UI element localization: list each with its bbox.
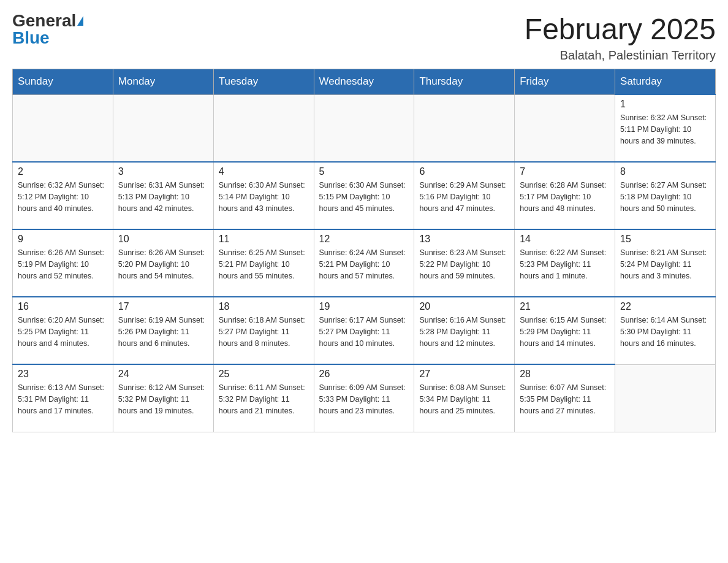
calendar-day-cell — [113, 94, 213, 162]
calendar-week-row: 16Sunrise: 6:20 AM Sunset: 5:25 PM Dayli… — [13, 297, 716, 364]
calendar-day-cell: 11Sunrise: 6:25 AM Sunset: 5:21 PM Dayli… — [213, 229, 314, 297]
day-number: 6 — [419, 166, 509, 177]
calendar-day-cell: 23Sunrise: 6:13 AM Sunset: 5:31 PM Dayli… — [13, 364, 113, 432]
day-of-week-header: Sunday — [13, 69, 113, 95]
day-info: Sunrise: 6:18 AM Sunset: 5:27 PM Dayligh… — [219, 315, 309, 349]
calendar-day-cell — [213, 94, 314, 162]
day-info: Sunrise: 6:25 AM Sunset: 5:21 PM Dayligh… — [219, 247, 309, 282]
calendar-day-cell: 24Sunrise: 6:12 AM Sunset: 5:32 PM Dayli… — [113, 364, 213, 432]
calendar-day-cell — [414, 94, 515, 162]
calendar-day-cell: 22Sunrise: 6:14 AM Sunset: 5:30 PM Dayli… — [615, 297, 716, 364]
day-number: 11 — [219, 234, 309, 245]
day-info: Sunrise: 6:32 AM Sunset: 5:11 PM Dayligh… — [620, 112, 710, 147]
calendar-day-cell: 1Sunrise: 6:32 AM Sunset: 5:11 PM Daylig… — [615, 94, 716, 162]
day-of-week-header: Friday — [515, 69, 615, 95]
calendar-day-cell: 12Sunrise: 6:24 AM Sunset: 5:21 PM Dayli… — [314, 229, 414, 297]
calendar-day-cell: 15Sunrise: 6:21 AM Sunset: 5:24 PM Dayli… — [615, 229, 716, 297]
day-number: 22 — [620, 301, 710, 312]
calendar-day-cell: 5Sunrise: 6:30 AM Sunset: 5:15 PM Daylig… — [314, 162, 414, 229]
calendar-day-cell: 9Sunrise: 6:26 AM Sunset: 5:19 PM Daylig… — [13, 229, 113, 297]
day-number: 14 — [520, 234, 610, 245]
day-info: Sunrise: 6:23 AM Sunset: 5:22 PM Dayligh… — [419, 247, 509, 282]
day-info: Sunrise: 6:17 AM Sunset: 5:27 PM Dayligh… — [319, 315, 409, 349]
calendar-day-cell: 25Sunrise: 6:11 AM Sunset: 5:32 PM Dayli… — [213, 364, 314, 432]
day-info: Sunrise: 6:31 AM Sunset: 5:13 PM Dayligh… — [118, 180, 208, 214]
day-number: 26 — [319, 369, 409, 380]
day-info: Sunrise: 6:16 AM Sunset: 5:28 PM Dayligh… — [419, 315, 509, 349]
day-of-week-header: Monday — [113, 69, 213, 95]
day-info: Sunrise: 6:08 AM Sunset: 5:34 PM Dayligh… — [419, 382, 509, 416]
day-info: Sunrise: 6:15 AM Sunset: 5:29 PM Dayligh… — [520, 315, 610, 349]
calendar-day-cell: 8Sunrise: 6:27 AM Sunset: 5:18 PM Daylig… — [615, 162, 716, 229]
day-number: 23 — [18, 369, 108, 380]
day-number: 18 — [219, 301, 309, 312]
day-number: 12 — [319, 234, 409, 245]
calendar-day-cell: 28Sunrise: 6:07 AM Sunset: 5:35 PM Dayli… — [515, 364, 615, 432]
calendar-day-cell: 6Sunrise: 6:29 AM Sunset: 5:16 PM Daylig… — [414, 162, 515, 229]
day-number: 3 — [118, 166, 208, 177]
day-info: Sunrise: 6:26 AM Sunset: 5:19 PM Dayligh… — [18, 247, 108, 282]
logo: General Blue — [12, 12, 83, 47]
day-info: Sunrise: 6:07 AM Sunset: 5:35 PM Dayligh… — [520, 382, 610, 416]
day-info: Sunrise: 6:21 AM Sunset: 5:24 PM Dayligh… — [620, 247, 710, 282]
day-info: Sunrise: 6:22 AM Sunset: 5:23 PM Dayligh… — [520, 247, 610, 282]
calendar-week-row: 2Sunrise: 6:32 AM Sunset: 5:12 PM Daylig… — [13, 162, 716, 229]
calendar-week-row: 1Sunrise: 6:32 AM Sunset: 5:11 PM Daylig… — [13, 94, 716, 162]
day-number: 27 — [419, 369, 509, 380]
day-info: Sunrise: 6:14 AM Sunset: 5:30 PM Dayligh… — [620, 315, 710, 349]
page-header: General Blue February 2025 Balatah, Pale… — [12, 12, 716, 63]
day-number: 19 — [319, 301, 409, 312]
calendar-day-cell — [314, 94, 414, 162]
day-number: 4 — [219, 166, 309, 177]
day-info: Sunrise: 6:09 AM Sunset: 5:33 PM Dayligh… — [319, 382, 409, 416]
calendar-day-cell: 21Sunrise: 6:15 AM Sunset: 5:29 PM Dayli… — [515, 297, 615, 364]
day-number: 9 — [18, 234, 108, 245]
calendar-day-cell: 19Sunrise: 6:17 AM Sunset: 5:27 PM Dayli… — [314, 297, 414, 364]
calendar-day-cell — [615, 364, 716, 432]
calendar-subtitle: Balatah, Palestinian Territory — [525, 48, 716, 63]
calendar-day-cell: 14Sunrise: 6:22 AM Sunset: 5:23 PM Dayli… — [515, 229, 615, 297]
day-number: 8 — [620, 166, 710, 177]
day-info: Sunrise: 6:11 AM Sunset: 5:32 PM Dayligh… — [219, 382, 309, 416]
day-info: Sunrise: 6:12 AM Sunset: 5:32 PM Dayligh… — [118, 382, 208, 416]
day-number: 5 — [319, 166, 409, 177]
day-number: 28 — [520, 369, 610, 380]
calendar-day-cell: 17Sunrise: 6:19 AM Sunset: 5:26 PM Dayli… — [113, 297, 213, 364]
day-of-week-header: Thursday — [414, 69, 515, 95]
calendar-day-cell — [515, 94, 615, 162]
logo-blue-text: Blue — [12, 29, 50, 47]
calendar-title: February 2025 — [525, 12, 716, 46]
calendar-day-cell: 20Sunrise: 6:16 AM Sunset: 5:28 PM Dayli… — [414, 297, 515, 364]
day-of-week-header: Saturday — [615, 69, 716, 95]
calendar-day-cell: 26Sunrise: 6:09 AM Sunset: 5:33 PM Dayli… — [314, 364, 414, 432]
calendar-week-row: 9Sunrise: 6:26 AM Sunset: 5:19 PM Daylig… — [13, 229, 716, 297]
calendar-header-row: SundayMondayTuesdayWednesdayThursdayFrid… — [13, 69, 716, 95]
day-number: 1 — [620, 99, 710, 110]
day-number: 10 — [118, 234, 208, 245]
day-info: Sunrise: 6:26 AM Sunset: 5:20 PM Dayligh… — [118, 247, 208, 282]
calendar-day-cell: 2Sunrise: 6:32 AM Sunset: 5:12 PM Daylig… — [13, 162, 113, 229]
day-number: 24 — [118, 369, 208, 380]
day-number: 13 — [419, 234, 509, 245]
day-number: 20 — [419, 301, 509, 312]
day-info: Sunrise: 6:32 AM Sunset: 5:12 PM Dayligh… — [18, 180, 108, 214]
calendar-day-cell: 27Sunrise: 6:08 AM Sunset: 5:34 PM Dayli… — [414, 364, 515, 432]
day-info: Sunrise: 6:29 AM Sunset: 5:16 PM Dayligh… — [419, 180, 509, 214]
day-info: Sunrise: 6:27 AM Sunset: 5:18 PM Dayligh… — [620, 180, 710, 214]
day-number: 25 — [219, 369, 309, 380]
calendar-day-cell: 13Sunrise: 6:23 AM Sunset: 5:22 PM Dayli… — [414, 229, 515, 297]
day-info: Sunrise: 6:24 AM Sunset: 5:21 PM Dayligh… — [319, 247, 409, 282]
day-info: Sunrise: 6:20 AM Sunset: 5:25 PM Dayligh… — [18, 315, 108, 349]
calendar-day-cell: 16Sunrise: 6:20 AM Sunset: 5:25 PM Dayli… — [13, 297, 113, 364]
day-number: 15 — [620, 234, 710, 245]
day-number: 2 — [18, 166, 108, 177]
logo-general-text: General — [12, 12, 76, 29]
day-info: Sunrise: 6:30 AM Sunset: 5:14 PM Dayligh… — [219, 180, 309, 214]
calendar-table: SundayMondayTuesdayWednesdayThursdayFrid… — [12, 69, 716, 432]
day-info: Sunrise: 6:28 AM Sunset: 5:17 PM Dayligh… — [520, 180, 610, 214]
calendar-week-row: 23Sunrise: 6:13 AM Sunset: 5:31 PM Dayli… — [13, 364, 716, 432]
day-of-week-header: Tuesday — [213, 69, 314, 95]
day-number: 16 — [18, 301, 108, 312]
calendar-day-cell: 10Sunrise: 6:26 AM Sunset: 5:20 PM Dayli… — [113, 229, 213, 297]
calendar-day-cell: 3Sunrise: 6:31 AM Sunset: 5:13 PM Daylig… — [113, 162, 213, 229]
